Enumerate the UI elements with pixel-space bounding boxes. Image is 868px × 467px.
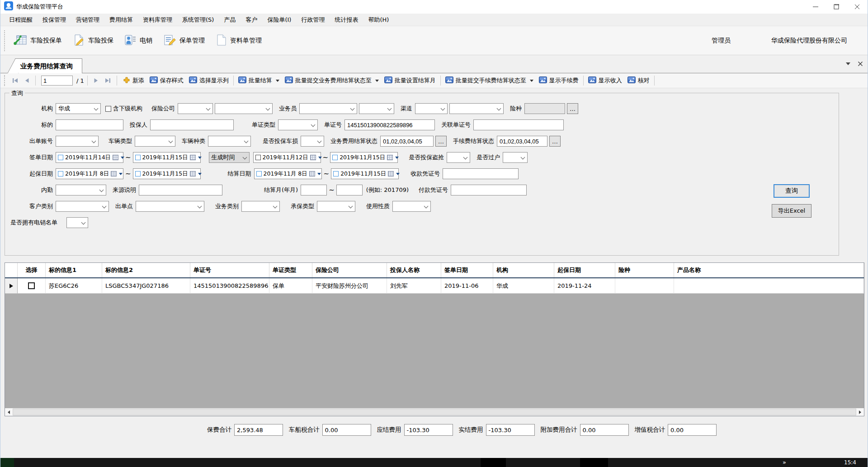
fee-settle-status-ellipsis-button[interactable]: … <box>435 136 447 147</box>
action-toolbar-grip[interactable] <box>4 75 6 86</box>
insurance-type-ellipsis-button[interactable]: … <box>567 103 578 114</box>
table-cell[interactable]: LSGBC5347JG027186 <box>102 278 190 294</box>
underwriting-type-combo[interactable] <box>317 201 355 212</box>
minimize-button[interactable] <box>805 0 826 14</box>
row-select-checkbox[interactable] <box>28 282 35 289</box>
vehicle-category-combo[interactable] <box>208 136 251 147</box>
scroll-left-button[interactable] <box>5 408 13 416</box>
table-cell[interactable]: 2019-11-24 <box>554 278 615 294</box>
menu-item[interactable]: 帮助(H) <box>363 14 394 26</box>
toolbar-button[interactable]: 电销 <box>119 31 158 50</box>
column-header[interactable]: 产品名称 <box>674 263 864 277</box>
taskbar-item[interactable] <box>481 458 506 467</box>
page-number-input[interactable] <box>41 76 73 86</box>
table-cell[interactable]: 2019-11-06 <box>441 278 493 294</box>
action-button[interactable]: 批量提交手续费结算状态至 <box>443 75 536 86</box>
horizontal-scrollbar[interactable] <box>5 408 864 416</box>
action-button[interactable]: 显示手续费 <box>536 75 581 86</box>
related-doc-number-input[interactable] <box>473 119 564 130</box>
first-page-button[interactable] <box>9 77 21 84</box>
action-button[interactable]: 批量提交业务费用结算状态至 <box>282 75 382 86</box>
date-enable-checkbox[interactable] <box>332 155 338 160</box>
table-cell[interactable]: 保单 <box>269 278 312 294</box>
theft-covered-combo[interactable] <box>447 152 470 163</box>
settle-date-to-picker[interactable]: 2019年11月15日 <box>331 168 399 179</box>
tab-business-fee-settlement-query[interactable]: 业务费用结算查询 <box>19 58 82 73</box>
taskbar-clock[interactable]: 15:4 <box>844 459 856 466</box>
doc-number-input[interactable] <box>344 119 435 130</box>
channel-combo-2[interactable] <box>449 103 504 114</box>
table-cell[interactable] <box>674 278 864 294</box>
vehicle-type-combo[interactable] <box>135 136 175 147</box>
toolbar-button[interactable]: 保单管理 <box>158 31 210 50</box>
issue-point-combo[interactable] <box>136 201 204 212</box>
commission-settle-status-ellipsis-button[interactable]: … <box>549 136 561 147</box>
business-category-combo[interactable] <box>241 201 280 212</box>
menu-item[interactable]: 投保管理 <box>38 14 71 26</box>
dropdown-caret-icon[interactable] <box>530 80 533 82</box>
menu-item[interactable]: 统计报表 <box>330 14 363 26</box>
insurer-combo-2[interactable] <box>215 103 273 114</box>
source-note-input[interactable] <box>139 185 222 195</box>
menu-item[interactable]: 行政管理 <box>296 14 330 26</box>
chevron-down-icon[interactable] <box>317 173 321 175</box>
column-header[interactable]: 签单日期 <box>441 263 493 277</box>
column-header[interactable]: 机构 <box>493 263 554 277</box>
telemarketing-list-combo[interactable] <box>66 217 88 228</box>
column-header[interactable]: 起保日期 <box>554 263 615 277</box>
menu-item[interactable]: 营销管理 <box>71 14 104 26</box>
ownership-transfer-combo[interactable] <box>503 152 528 163</box>
table-cell[interactable] <box>615 278 674 294</box>
export-excel-button[interactable]: 导出Excel <box>772 204 811 218</box>
date-enable-checkbox[interactable] <box>256 171 262 176</box>
date-enable-checkbox[interactable] <box>333 171 339 176</box>
action-button[interactable]: 新添 <box>120 75 147 86</box>
customer-category-combo[interactable] <box>56 201 109 212</box>
column-header[interactable]: 投保人名称 <box>387 263 441 277</box>
column-header[interactable]: 标的信息1 <box>46 263 102 277</box>
close-button[interactable] <box>847 0 868 14</box>
row-selector-cell[interactable] <box>5 278 18 294</box>
toolbar-button[interactable]: 车险投保单 <box>8 31 67 50</box>
menu-item[interactable]: 日程提醒 <box>4 14 38 26</box>
sign-date-from-picker[interactable]: 2019年11月14日 <box>56 152 123 163</box>
menu-item[interactable]: 系统管理(S) <box>177 14 219 26</box>
action-button[interactable]: 保存样式 <box>147 75 186 86</box>
chevron-down-icon[interactable] <box>396 173 400 175</box>
search-button[interactable]: 查询 <box>774 184 810 198</box>
agent-combo-2[interactable] <box>359 103 394 114</box>
column-header[interactable]: 险种 <box>615 263 674 277</box>
commission-settle-status-field[interactable] <box>497 136 547 147</box>
start-date-to-picker[interactable]: 2019年11月15日 <box>133 168 201 179</box>
toolbar-button[interactable]: 车险投保 <box>67 31 119 50</box>
chevron-down-icon[interactable] <box>121 157 124 159</box>
date-enable-checkbox[interactable] <box>135 171 141 176</box>
channel-combo-1[interactable] <box>415 103 448 114</box>
menu-item[interactable]: 费用结算 <box>104 14 138 26</box>
action-button[interactable]: 批量结算 <box>236 75 282 86</box>
maximize-button[interactable] <box>826 0 847 14</box>
doc-type-combo[interactable] <box>278 119 318 130</box>
chevron-down-icon[interactable] <box>198 173 202 175</box>
tab-close-icon[interactable] <box>858 61 863 67</box>
include-sub-org-checkbox[interactable] <box>105 106 111 112</box>
next-page-button[interactable] <box>91 77 101 84</box>
agent-combo-1[interactable] <box>299 103 357 114</box>
column-header[interactable]: 标的信息2 <box>102 263 190 277</box>
column-header[interactable]: 单证号 <box>190 263 269 277</box>
taskbar-item[interactable] <box>580 458 608 467</box>
subject-input[interactable] <box>56 119 123 130</box>
action-button[interactable]: 选择显示列 <box>186 75 231 86</box>
taskbar-overflow-chevron[interactable]: » <box>783 459 786 466</box>
prev-page-button[interactable] <box>22 77 32 84</box>
chevron-down-icon[interactable] <box>119 173 123 175</box>
table-cell[interactable]: 刘先军 <box>387 278 441 294</box>
chevron-down-icon[interactable] <box>198 157 202 159</box>
last-page-button[interactable] <box>102 77 113 84</box>
date-enable-checkbox[interactable] <box>255 155 261 160</box>
chevron-down-icon[interactable] <box>395 157 399 159</box>
usage-nature-combo[interactable] <box>392 201 431 212</box>
scrollbar-thumb[interactable] <box>13 409 856 415</box>
column-header[interactable]: 选择 <box>18 263 46 277</box>
create-time-to-picker[interactable]: 2019年11月15日 <box>330 152 398 163</box>
